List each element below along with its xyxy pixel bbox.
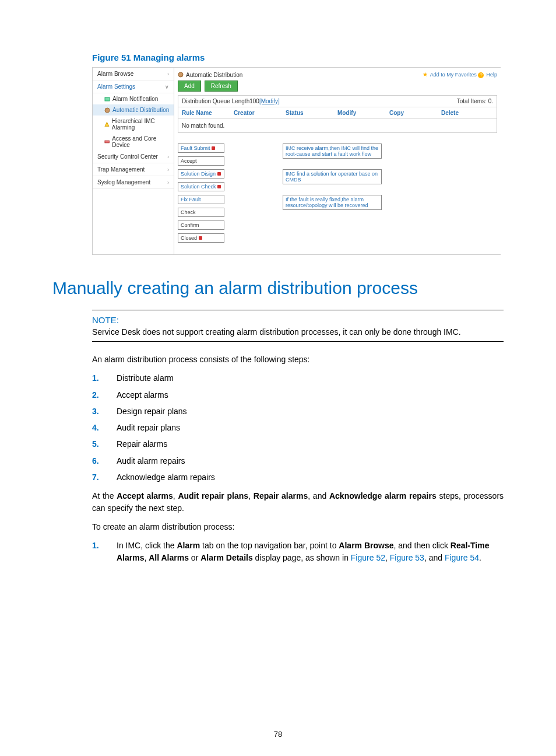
chevron-right-icon: › <box>167 154 169 160</box>
note-label: NOTE: <box>92 315 504 325</box>
sidebar-item-trap[interactable]: Trap Management › <box>93 163 174 176</box>
queue-label: Distribution Queue Length100 <box>182 98 259 104</box>
help-link[interactable]: Help <box>486 72 497 78</box>
flow-solution-design: Solution Disign <box>178 169 224 178</box>
add-button[interactable]: Add <box>178 80 201 92</box>
sidebar-sub-hierarchical[interactable]: Hierarchical IMC Alarming <box>93 116 174 133</box>
list-item: Accept alarms <box>92 389 504 401</box>
sidebar-label: Security Control Center <box>97 153 158 160</box>
sidebar-label: Alarm Settings <box>97 83 135 90</box>
distribution-panel: Distribution Queue Length100[Modify] Tot… <box>178 95 497 133</box>
sidebar-item-alarm-settings[interactable]: Alarm Settings ∨ <box>93 80 174 93</box>
chevron-right-icon: › <box>167 167 169 173</box>
page-title: Automatic Distribution <box>186 72 242 78</box>
note-box: NOTE: Service Desk does not support crea… <box>92 310 504 342</box>
note-text: Service Desk does not support creating a… <box>92 327 504 337</box>
figure-link[interactable]: Figure 53 <box>390 553 424 562</box>
sidebar-item-syslog[interactable]: Syslog Management › <box>93 176 174 189</box>
total-items: Total Items: 0. <box>457 98 493 104</box>
chevron-down-icon: ∨ <box>165 84 169 90</box>
modify-link[interactable]: [Modify] <box>259 98 280 104</box>
sidebar-sub-auto-distribution[interactable]: Automatic Distribution <box>93 104 174 116</box>
list-item: Audit repair plans <box>92 422 504 433</box>
paragraph-specify: At the Accept alarms, Audit repair plans… <box>92 490 504 514</box>
sidebar-sub-access-core[interactable]: Access and Core Device <box>93 133 174 150</box>
refresh-button[interactable]: Refresh <box>205 80 238 92</box>
col-status: Status <box>286 110 337 116</box>
sidebar-label: Automatic Distribution <box>112 107 169 113</box>
sidebar-label: Access and Core Device <box>112 135 171 148</box>
flow-accept: Accept <box>178 156 224 166</box>
flow-annotation-1: IMC receive alarm,then IMC will find the… <box>283 144 382 159</box>
list-item: Repair alarms <box>92 438 504 450</box>
sidebar-label: Trap Management <box>97 166 145 173</box>
table-empty: No match found. <box>178 119 497 132</box>
star-icon: ★ <box>423 71 428 78</box>
sidebar-label: Syslog Management <box>97 179 150 186</box>
flow-closed: Closed <box>178 233 224 243</box>
sidebar-sub-alarm-notification[interactable]: Alarm Notification <box>93 93 174 104</box>
table-header: Rule Name Creator Status Modify Copy Del… <box>178 107 497 119</box>
figure-link[interactable]: Figure 54 <box>445 553 479 562</box>
list-item: Acknowledge alarm repairs <box>92 471 504 483</box>
col-rule-name: Rule Name <box>182 110 234 116</box>
svg-point-4 <box>178 72 183 77</box>
flow-annotation-2: IMC find a solution for operater base on… <box>283 169 382 184</box>
flow-annotation-3: If the fault is really fixed,the alarm r… <box>283 195 382 210</box>
add-favorites-link[interactable]: Add to My Favorites <box>430 72 477 78</box>
sidebar: Alarm Browse › Alarm Settings ∨ Alarm No… <box>93 68 174 254</box>
create-intro: To create an alarm distribution process: <box>92 521 504 533</box>
col-copy: Copy <box>389 110 441 116</box>
help-icon: ? <box>478 72 484 78</box>
intro-text: An alarm distribution process consists o… <box>92 354 504 365</box>
distribution-icon <box>178 72 184 78</box>
flow-fault-submit: Fault Submit <box>178 144 224 153</box>
chevron-right-icon: › <box>167 180 169 186</box>
flow-fix-fault: Fix Fault <box>178 195 224 204</box>
workflow-diagram: Fault Submit Accept Solution Disign Solu… <box>178 144 382 243</box>
svg-rect-0 <box>105 97 110 101</box>
flow-solution-check: Solution Check <box>178 182 224 191</box>
col-creator: Creator <box>234 110 286 116</box>
col-modify: Modify <box>337 110 389 116</box>
device-icon <box>104 139 110 145</box>
steps-list: Distribute alarm Accept alarms Design re… <box>92 372 504 483</box>
section-heading: Manually creating an alarm distribution … <box>52 278 504 298</box>
page-number: 78 <box>0 730 556 738</box>
flow-check: Check <box>178 208 224 217</box>
col-delete: Delete <box>441 110 493 116</box>
warning-icon <box>104 121 110 127</box>
distribution-icon <box>104 107 110 113</box>
svg-rect-3 <box>105 141 109 143</box>
sidebar-label: Alarm Notification <box>112 96 158 102</box>
breadcrumb-bar: Automatic Distribution ★Add to My Favori… <box>178 71 497 78</box>
flow-confirm: Confirm <box>178 220 224 230</box>
sidebar-item-alarm-browse[interactable]: Alarm Browse › <box>93 68 174 80</box>
list-item: Audit alarm repairs <box>92 455 504 467</box>
sidebar-label: Alarm Browse <box>97 71 133 77</box>
sidebar-item-security[interactable]: Security Control Center › <box>93 150 174 163</box>
sidebar-label: Hierarchical IMC Alarming <box>112 118 171 131</box>
figure-link[interactable]: Figure 52 <box>351 553 385 562</box>
notification-icon <box>104 96 110 102</box>
svg-marker-2 <box>105 122 109 126</box>
procedure-list: In IMC, click the Alarm tab on the top n… <box>92 540 504 564</box>
list-item: Distribute alarm <box>92 372 504 384</box>
list-item: In IMC, click the Alarm tab on the top n… <box>92 540 504 564</box>
figure-caption: Figure 51 Managing alarms <box>92 52 504 62</box>
screenshot-figure: Alarm Browse › Alarm Settings ∨ Alarm No… <box>92 67 501 255</box>
chevron-right-icon: › <box>167 71 169 77</box>
list-item: Design repair plans <box>92 405 504 417</box>
svg-point-1 <box>105 108 110 113</box>
